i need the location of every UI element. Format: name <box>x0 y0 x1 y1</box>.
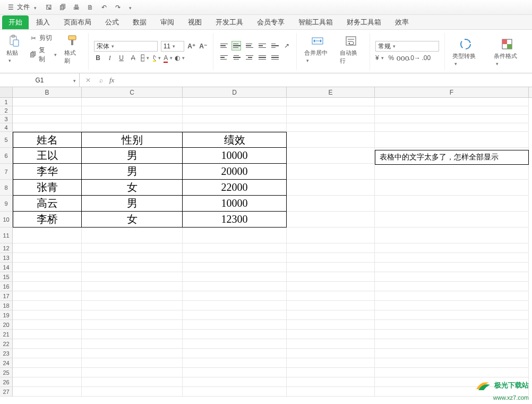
tab-efficiency[interactable]: 效率 <box>389 15 415 29</box>
cell[interactable] <box>82 310 183 320</box>
cell[interactable] <box>13 272 82 282</box>
fx-label[interactable]: fx <box>109 76 114 85</box>
row-header[interactable]: 17 <box>0 291 13 301</box>
cell-gender-header[interactable]: 性别 <box>82 132 183 148</box>
cell[interactable] <box>183 358 287 368</box>
cell[interactable] <box>287 291 375 301</box>
justify-button[interactable] <box>257 53 267 62</box>
table-cell[interactable]: 20000 <box>183 164 287 180</box>
cell[interactable] <box>13 368 82 377</box>
col-header-B[interactable]: B <box>13 87 82 97</box>
cell[interactable] <box>183 377 287 387</box>
cell[interactable] <box>287 377 375 387</box>
cell[interactable] <box>82 291 183 301</box>
cell[interactable] <box>375 115 529 123</box>
cell[interactable] <box>287 301 375 310</box>
name-box[interactable]: G1 <box>0 73 80 87</box>
cell[interactable] <box>13 291 82 301</box>
cell[interactable] <box>82 358 183 368</box>
cell[interactable] <box>13 253 82 263</box>
cell[interactable] <box>82 339 183 349</box>
cell[interactable] <box>375 164 529 180</box>
cell[interactable] <box>13 228 82 243</box>
cell[interactable] <box>287 243 375 253</box>
font-color-button[interactable]: A <box>164 54 173 62</box>
row-header[interactable]: 21 <box>0 330 13 339</box>
cell[interactable] <box>13 339 82 349</box>
cell[interactable] <box>375 132 529 148</box>
cell[interactable] <box>375 291 529 301</box>
cell[interactable] <box>287 212 375 228</box>
row-header[interactable]: 10 <box>0 212 13 228</box>
row-header[interactable]: 19 <box>0 310 13 320</box>
table-cell[interactable]: 10000 <box>183 148 287 164</box>
cell[interactable] <box>287 180 375 196</box>
cell[interactable] <box>13 320 82 330</box>
row-header[interactable]: 8 <box>0 180 13 196</box>
cell[interactable] <box>82 263 183 272</box>
col-header-D[interactable]: D <box>183 87 287 97</box>
decrease-decimal-button[interactable]: .00 <box>422 54 431 62</box>
tab-member[interactable]: 会员专享 <box>251 15 291 29</box>
cell[interactable] <box>375 301 529 310</box>
cell[interactable] <box>13 301 82 310</box>
row-header[interactable]: 3 <box>0 115 13 123</box>
fill-color-button[interactable] <box>152 54 161 62</box>
cell[interactable] <box>183 387 287 397</box>
distribute-button[interactable] <box>270 53 279 62</box>
tab-smart-tools[interactable]: 智能工具箱 <box>292 15 339 29</box>
row-header[interactable]: 20 <box>0 320 13 330</box>
cell[interactable] <box>183 339 287 349</box>
increase-decimal-button[interactable]: .0→ <box>410 54 419 62</box>
table-cell[interactable]: 22000 <box>183 180 287 196</box>
tab-view[interactable]: 视图 <box>182 15 208 29</box>
row-header[interactable]: 26 <box>0 377 13 387</box>
cell[interactable] <box>183 106 287 115</box>
row-header[interactable]: 16 <box>0 282 13 291</box>
quickbar-more-icon[interactable] <box>127 4 132 11</box>
cell[interactable] <box>287 339 375 349</box>
cell[interactable] <box>13 282 82 291</box>
row-header[interactable]: 27 <box>0 387 13 397</box>
row-header[interactable]: 23 <box>0 349 13 358</box>
redo-icon[interactable]: ↷ <box>113 3 123 12</box>
tab-finance-tools[interactable]: 财务工具箱 <box>340 15 388 29</box>
cell[interactable] <box>375 272 529 282</box>
cell[interactable] <box>375 212 529 228</box>
cell[interactable] <box>82 98 183 106</box>
table-cell[interactable]: 12300 <box>183 212 287 228</box>
cell[interactable] <box>287 164 375 180</box>
cell[interactable] <box>183 263 287 272</box>
number-format-select[interactable]: 常规 <box>375 41 439 52</box>
cell[interactable] <box>183 368 287 377</box>
cell[interactable] <box>287 310 375 320</box>
cell[interactable] <box>13 330 82 339</box>
row-header[interactable]: 14 <box>0 263 13 272</box>
row-header[interactable]: 1 <box>0 98 13 106</box>
cell[interactable] <box>183 123 287 132</box>
cell[interactable] <box>13 349 82 358</box>
type-convert-button[interactable]: 类型转换 <box>450 36 481 68</box>
underline-button[interactable]: U <box>117 54 126 62</box>
table-cell[interactable]: 李桥 <box>13 212 82 228</box>
cell[interactable] <box>287 320 375 330</box>
table-cell[interactable]: 女 <box>82 180 183 196</box>
cell[interactable] <box>375 330 529 339</box>
cell[interactable] <box>183 98 287 106</box>
row-header[interactable]: 11 <box>0 228 13 243</box>
font-family-select[interactable]: 宋体 <box>94 41 158 52</box>
table-cell[interactable]: 男 <box>82 164 183 180</box>
align-bottom-button[interactable] <box>244 41 254 50</box>
cell[interactable] <box>82 253 183 263</box>
print-preview-icon[interactable]: 🗎 <box>85 3 95 12</box>
tab-review[interactable]: 审阅 <box>154 15 181 29</box>
cell[interactable] <box>82 272 183 282</box>
cell[interactable] <box>287 196 375 212</box>
cell[interactable] <box>287 368 375 377</box>
cell[interactable] <box>82 106 183 115</box>
tab-data[interactable]: 数据 <box>126 15 153 29</box>
cell[interactable] <box>287 358 375 368</box>
row-header[interactable]: 5 <box>0 132 13 148</box>
select-all-corner[interactable] <box>0 87 13 97</box>
percent-button[interactable]: % <box>387 54 396 62</box>
